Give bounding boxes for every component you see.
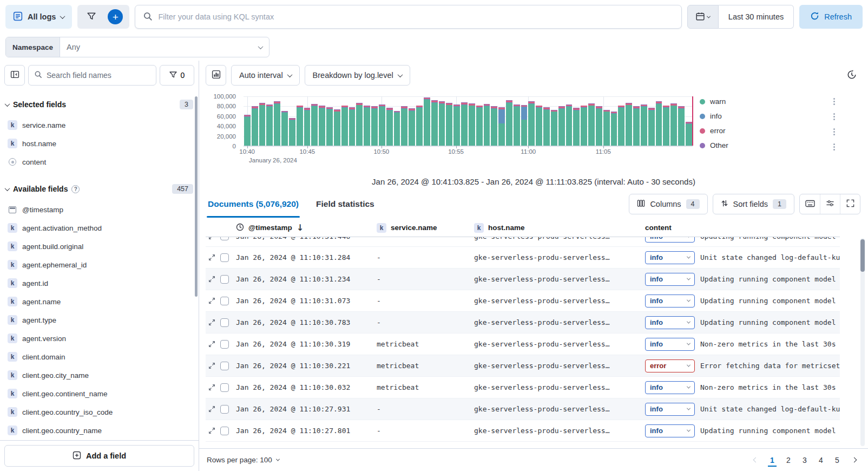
histogram-bar[interactable]: [543, 107, 550, 146]
histogram-bar[interactable]: [453, 104, 460, 146]
histogram-bar[interactable]: [371, 106, 378, 146]
display-options-button[interactable]: [820, 194, 840, 214]
histogram-bar[interactable]: [648, 108, 655, 146]
histogram-bar[interactable]: [686, 122, 692, 146]
table-row[interactable]: Jan 26, 2024 @ 11:10:31.284-gke-serverle…: [206, 247, 840, 269]
more-options-icon[interactable]: [831, 113, 837, 121]
histogram-bar[interactable]: [558, 106, 565, 146]
histogram-bar[interactable]: [244, 115, 251, 146]
expand-row-icon[interactable]: [208, 275, 216, 283]
field-item[interactable]: kclient.geo.continent_name: [5, 384, 193, 403]
filter-menu-button[interactable]: [81, 6, 102, 28]
page-number-5[interactable]: 5: [830, 453, 844, 467]
time-range-button[interactable]: Last 30 minutes: [719, 5, 794, 29]
histogram-bar[interactable]: [611, 112, 617, 146]
table-row[interactable]: Jan 26, 2024 @ 11:10:27.931-gke-serverle…: [206, 398, 840, 420]
rows-per-page-button[interactable]: Rows per page: 100: [207, 456, 279, 464]
histogram-bar[interactable]: [304, 108, 311, 146]
grid-scrollbar[interactable]: [860, 239, 865, 272]
legend-item[interactable]: error: [700, 123, 728, 138]
histogram-bar[interactable]: [297, 106, 303, 146]
log-level-badge[interactable]: info: [645, 273, 695, 286]
sort-descending-icon[interactable]: ↓: [297, 223, 304, 233]
next-page-button[interactable]: [847, 454, 860, 467]
histogram-bar[interactable]: [364, 106, 370, 146]
header-service-name[interactable]: k service.name: [377, 223, 474, 233]
histogram-bar[interactable]: [409, 108, 415, 146]
field-item[interactable]: kclient.domain: [5, 348, 193, 366]
histogram-bar[interactable]: [663, 106, 669, 146]
log-level-badge[interactable]: info: [645, 295, 695, 308]
histogram-bar[interactable]: [656, 101, 662, 146]
histogram-bar[interactable]: [289, 118, 295, 146]
table-row[interactable]: Jan 26, 2024 @ 11:10:31.446-gke-serverle…: [206, 237, 840, 247]
field-item[interactable]: kclient.geo.country_iso_code: [5, 403, 193, 421]
field-item[interactable]: kclient.geo.country_name: [5, 421, 193, 440]
histogram-bar[interactable]: [356, 103, 363, 146]
row-checkbox[interactable]: [220, 237, 229, 240]
table-row[interactable]: Jan 26, 2024 @ 11:10:30.783-gke-serverle…: [206, 312, 840, 333]
histogram-bar[interactable]: [641, 104, 647, 146]
row-checkbox[interactable]: [220, 383, 229, 392]
expand-row-icon[interactable]: [208, 427, 216, 435]
table-row[interactable]: Jan 26, 2024 @ 11:10:30.319metricbeatgke…: [206, 333, 840, 355]
histogram-bar[interactable]: [670, 103, 677, 146]
row-checkbox[interactable]: [220, 427, 229, 435]
field-type-filter-button[interactable]: 0: [160, 65, 194, 86]
histogram-bar[interactable]: [573, 108, 580, 146]
previous-page-button[interactable]: [749, 454, 762, 467]
kql-search-input[interactable]: [158, 12, 673, 21]
field-item[interactable]: kagent.type: [5, 311, 193, 329]
expand-row-icon[interactable]: [208, 340, 216, 348]
columns-button[interactable]: Columns 4: [629, 194, 707, 214]
histogram-bar[interactable]: [476, 106, 483, 146]
histogram-bar[interactable]: [491, 106, 497, 146]
log-level-badge[interactable]: info: [645, 316, 695, 329]
expand-row-icon[interactable]: [208, 405, 216, 413]
histogram-bar[interactable]: [401, 106, 407, 146]
histogram-bar[interactable]: [461, 102, 468, 146]
fullscreen-button[interactable]: [840, 194, 860, 214]
histogram-bar[interactable]: [603, 110, 610, 146]
table-row[interactable]: Jan 26, 2024 @ 11:10:31.234-gke-serverle…: [206, 269, 840, 290]
field-item[interactable]: kservice.name: [5, 116, 193, 134]
histogram-bar[interactable]: [596, 106, 602, 146]
histogram-bar[interactable]: [633, 106, 640, 146]
namespace-value-select[interactable]: Any: [60, 43, 269, 51]
field-item[interactable]: kagent.version: [5, 329, 193, 348]
expand-row-icon[interactable]: [208, 383, 216, 391]
histogram-bar[interactable]: [311, 104, 318, 146]
sidebar-scrollbar[interactable]: [195, 96, 198, 297]
histogram-bar[interactable]: [431, 100, 438, 146]
available-fields-header[interactable]: Available fields ? 457: [5, 181, 193, 197]
page-number-1[interactable]: 1: [765, 453, 779, 467]
histogram-bar[interactable]: [469, 103, 475, 146]
expand-row-icon[interactable]: [208, 253, 216, 261]
legend-item[interactable]: warn: [700, 94, 728, 109]
table-row[interactable]: Jan 26, 2024 @ 11:10:31.073-gke-serverle…: [206, 290, 840, 312]
log-level-badge[interactable]: info: [645, 403, 695, 416]
data-view-selector[interactable]: All logs: [5, 5, 72, 29]
log-level-badge[interactable]: info: [645, 338, 695, 351]
histogram-bar[interactable]: [379, 104, 385, 146]
field-item[interactable]: khost.name: [5, 134, 193, 153]
table-row[interactable]: Jan 26, 2024 @ 11:10:27.801-gke-serverle…: [206, 420, 840, 442]
histogram-bar[interactable]: [551, 110, 557, 146]
page-number-4[interactable]: 4: [814, 453, 828, 467]
more-options-icon[interactable]: [831, 128, 837, 136]
keyboard-shortcuts-button[interactable]: [800, 194, 820, 214]
add-filter-button[interactable]: +: [104, 6, 126, 28]
row-checkbox[interactable]: [220, 318, 229, 327]
expand-row-icon[interactable]: [208, 318, 216, 326]
page-number-2[interactable]: 2: [781, 453, 795, 467]
histogram-bar[interactable]: [528, 101, 535, 146]
field-item[interactable]: kagent.name: [5, 292, 193, 311]
histogram-bar[interactable]: [281, 111, 288, 146]
expand-row-icon[interactable]: [208, 297, 216, 305]
page-number-3[interactable]: 3: [798, 453, 812, 467]
collapse-sidebar-button[interactable]: [4, 65, 25, 86]
histogram-bar[interactable]: [581, 106, 587, 146]
field-item[interactable]: content: [5, 153, 193, 171]
expand-row-icon[interactable]: [208, 237, 216, 240]
refresh-button[interactable]: Refresh: [799, 5, 863, 29]
